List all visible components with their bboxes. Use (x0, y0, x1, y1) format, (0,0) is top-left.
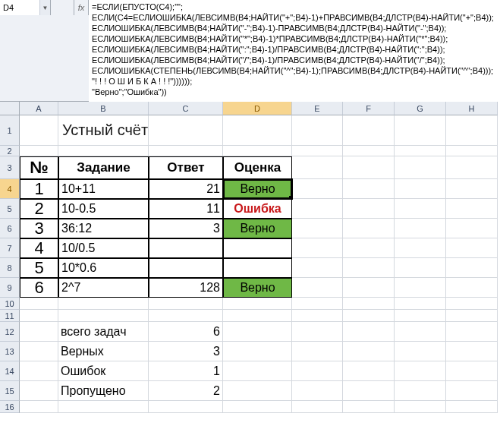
row-header-3[interactable]: 3 (0, 156, 20, 179)
cell-C10[interactable] (149, 298, 223, 310)
row-header-1[interactable]: 1 (0, 115, 20, 146)
row-header-4[interactable]: 4 (0, 179, 20, 199)
cell-A10[interactable] (20, 298, 58, 310)
cell-A1[interactable] (20, 115, 58, 146)
cell-num-4[interactable]: 4 (20, 238, 58, 258)
cell-H11[interactable] (446, 310, 498, 322)
cell-F12[interactable] (343, 322, 395, 342)
cell-F11[interactable] (343, 310, 395, 322)
cell-H5[interactable] (446, 199, 498, 219)
header-answer[interactable]: Ответ (149, 156, 223, 179)
cell-E9[interactable] (292, 278, 343, 298)
cell-answer-6[interactable]: 128 (149, 278, 223, 298)
cell-E12[interactable] (292, 322, 343, 342)
cell-num-2[interactable]: 2 (20, 199, 58, 219)
cell-H1[interactable] (446, 115, 498, 146)
cell-answer-5[interactable] (149, 258, 223, 278)
cell-F6[interactable] (343, 219, 395, 238)
cell-D10[interactable] (223, 298, 292, 310)
cell-F8[interactable] (343, 258, 395, 278)
row-header-8[interactable]: 8 (0, 258, 20, 278)
cell-H13[interactable] (446, 342, 498, 361)
fill-handle[interactable] (289, 196, 292, 199)
cell-E5[interactable] (292, 199, 343, 219)
cell-F13[interactable] (343, 342, 395, 361)
cell-grade-4[interactable] (223, 238, 292, 258)
cell-A16[interactable] (20, 401, 58, 413)
col-header-F[interactable]: F (343, 102, 395, 115)
select-all-corner[interactable] (0, 102, 20, 115)
cell-H9[interactable] (446, 278, 498, 298)
cell-C1[interactable] (149, 115, 223, 146)
fx-button[interactable]: fx (74, 0, 89, 15)
summary-total-value[interactable]: 6 (149, 322, 223, 342)
cell-F14[interactable] (343, 361, 395, 381)
cell-grade-2[interactable]: Ошибка (223, 199, 292, 219)
summary-errors-label[interactable]: Ошибок (58, 361, 149, 381)
cell-G12[interactable] (395, 322, 446, 342)
cell-num-3[interactable]: 3 (20, 219, 58, 238)
cell-H15[interactable] (446, 381, 498, 401)
cell-E11[interactable] (292, 310, 343, 322)
cell-G9[interactable] (395, 278, 446, 298)
cell-F7[interactable] (343, 238, 395, 258)
col-header-H[interactable]: H (446, 102, 498, 115)
cell-G7[interactable] (395, 238, 446, 258)
cell-A12[interactable] (20, 322, 58, 342)
cell-G11[interactable] (395, 310, 446, 322)
cell-B1[interactable]: Устный счёт (58, 115, 149, 146)
cell-B2[interactable] (58, 146, 149, 156)
row-header-11[interactable]: 11 (0, 310, 20, 322)
spreadsheet-grid[interactable]: A B C D E F G H 1 Устный счёт 2 3 № Зада… (0, 102, 500, 413)
cell-F4[interactable] (343, 179, 395, 199)
cell-G8[interactable] (395, 258, 446, 278)
cell-task-3[interactable]: 36:12 (58, 219, 149, 238)
cell-task-5[interactable]: 10*0.6 (58, 258, 149, 278)
row-header-6[interactable]: 6 (0, 219, 20, 238)
cell-H3[interactable] (446, 156, 498, 179)
cell-D16[interactable] (223, 401, 292, 413)
cell-E13[interactable] (292, 342, 343, 361)
cell-C16[interactable] (149, 401, 223, 413)
cell-A2[interactable] (20, 146, 58, 156)
cell-G6[interactable] (395, 219, 446, 238)
cell-C11[interactable] (149, 310, 223, 322)
cell-F16[interactable] (343, 401, 395, 413)
row-header-13[interactable]: 13 (0, 342, 20, 361)
header-num[interactable]: № (20, 156, 58, 179)
cell-F5[interactable] (343, 199, 395, 219)
cell-F1[interactable] (343, 115, 395, 146)
cell-A14[interactable] (20, 361, 58, 381)
cell-task-6[interactable]: 2^7 (58, 278, 149, 298)
cell-task-2[interactable]: 10-0.5 (58, 199, 149, 219)
cell-task-1[interactable]: 10+11 (58, 179, 149, 199)
cell-G13[interactable] (395, 342, 446, 361)
summary-correct-value[interactable]: 3 (149, 342, 223, 361)
col-header-B[interactable]: B (58, 102, 149, 115)
cell-H12[interactable] (446, 322, 498, 342)
cell-G4[interactable] (395, 179, 446, 199)
cell-H7[interactable] (446, 238, 498, 258)
cell-answer-4[interactable] (149, 238, 223, 258)
cell-B11[interactable] (58, 310, 149, 322)
cell-B10[interactable] (58, 298, 149, 310)
cell-G10[interactable] (395, 298, 446, 310)
cell-answer-2[interactable]: 11 (149, 199, 223, 219)
cell-H6[interactable] (446, 219, 498, 238)
col-header-D[interactable]: D (223, 102, 292, 115)
cell-E6[interactable] (292, 219, 343, 238)
cell-E16[interactable] (292, 401, 343, 413)
cell-D2[interactable] (223, 146, 292, 156)
col-header-A[interactable]: A (20, 102, 58, 115)
cell-grade-6[interactable]: Верно (223, 278, 292, 298)
cell-grade-5[interactable] (223, 258, 292, 278)
cell-G16[interactable] (395, 401, 446, 413)
summary-errors-value[interactable]: 1 (149, 361, 223, 381)
row-header-16[interactable]: 16 (0, 401, 20, 413)
cell-B16[interactable] (58, 401, 149, 413)
cell-F2[interactable] (343, 146, 395, 156)
cell-H4[interactable] (446, 179, 498, 199)
cell-G15[interactable] (395, 381, 446, 401)
header-task[interactable]: Задание (58, 156, 149, 179)
row-header-14[interactable]: 14 (0, 361, 20, 381)
